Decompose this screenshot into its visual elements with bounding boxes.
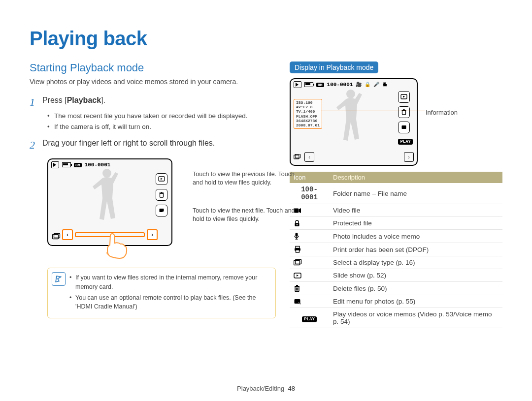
step-text-suffix: ]. [101, 96, 105, 104]
lcd-side-icons [156, 173, 167, 216]
person-silhouette [90, 166, 130, 231]
subsection-heading: Display in Playback mode [290, 62, 378, 73]
table-desc: Select a display type (p. 16) [329, 256, 502, 269]
table-desc: Play videos or voice memos (Video p. 53/… [329, 308, 502, 328]
resolution-badge: 8M [316, 83, 324, 87]
svg-rect-17 [402, 125, 406, 129]
table-header-description: Description [329, 172, 502, 183]
step-number: 1 [30, 96, 40, 109]
icon-description-table: Icon Description 100-0001 Folder name – … [290, 172, 502, 328]
next-file-button[interactable]: › [147, 229, 158, 240]
step-2: 2 Drag your finger left or right to scro… [30, 139, 276, 152]
prev-file-button[interactable]: ‹ [62, 229, 73, 240]
table-desc: Photo includes a voice memo [329, 230, 502, 243]
page-footer: Playback/Editing 48 [0, 385, 532, 392]
section-heading: Starting Playback mode [30, 62, 276, 74]
lcd-screen: 8M 100-0001 🎥 🔒 🎤 🖶 [290, 78, 418, 166]
step-1-bullets: The most recent file you have taken or r… [47, 112, 276, 132]
step-text-prefix: Press [ [42, 96, 67, 104]
table-desc: Edit menu for photos (p. 55) [329, 295, 502, 308]
person-silhouette [334, 87, 373, 152]
table-row: PLAY Play videos or voice memos (Video p… [290, 308, 502, 328]
info-line: TV:1/400 [296, 109, 320, 114]
prev-file-button[interactable]: ‹ [304, 152, 314, 162]
edit-icon [290, 295, 329, 308]
section-description: View photos or play videos and voice mem… [30, 77, 276, 87]
svg-rect-3 [160, 193, 164, 197]
information-callout: Information [426, 109, 458, 116]
resolution-badge: 8M [74, 163, 82, 167]
slideshow-icon [156, 173, 167, 185]
playback-icon [294, 81, 301, 88]
note-item: If you want to view files stored in the … [69, 273, 269, 291]
note-icon [52, 272, 66, 286]
svg-rect-16 [403, 109, 405, 110]
svg-rect-25 [296, 233, 298, 237]
note-item: You can use an optional remote control t… [69, 293, 269, 311]
display-toggle-icon [52, 233, 61, 240]
table-desc: Print order has been set (DPOF) [329, 243, 502, 256]
mic-icon [290, 230, 329, 243]
callout-line [321, 111, 425, 111]
table-row: Print order has been set (DPOF) [290, 243, 502, 256]
svg-rect-5 [161, 192, 163, 193]
lcd-illustration-2: 8M 100-0001 🎥 🔒 🎤 🖶 [290, 78, 502, 166]
info-line: ISO:100 [296, 100, 320, 105]
svg-rect-28 [296, 247, 299, 248]
svg-rect-14 [402, 111, 406, 115]
print-icon [290, 243, 329, 256]
step-text-bold: Playback [67, 96, 101, 104]
right-column: Display in Playback mode 8M 100-0001 🎥 🔒… [290, 62, 502, 328]
table-row: Video file [290, 204, 502, 217]
info-line: 2008.07.01 [296, 123, 320, 127]
slideshow-icon [290, 269, 329, 282]
svg-rect-19 [295, 154, 300, 158]
footer-section: Playback/Editing [237, 385, 284, 392]
edit-icon [156, 205, 167, 216]
battery-icon [62, 162, 71, 167]
svg-rect-37 [296, 285, 298, 286]
mic-icon: 🎤 [373, 82, 379, 88]
bullet: If the camera is off, it will turn on. [47, 123, 276, 132]
lcd-side-icons: PLAY [398, 91, 413, 145]
table-desc: Protected file [329, 217, 502, 230]
step-number: 2 [30, 139, 40, 152]
table-desc: Folder name – File name [329, 183, 502, 204]
lcd-illustration-1: 8M 100-0001 [47, 158, 180, 246]
table-desc: Slide show (p. 52) [329, 269, 502, 282]
svg-point-11 [346, 90, 355, 98]
battery-icon [304, 82, 313, 87]
svg-rect-18 [294, 155, 299, 159]
trash-icon [290, 282, 329, 295]
edit-icon [398, 122, 410, 133]
manual-page: Playing back Starting Playback mode View… [0, 0, 532, 401]
lcd-bottom-bar: ‹ › [294, 152, 414, 162]
playback-icon [51, 161, 59, 168]
trash-icon [398, 106, 410, 118]
display-toggle-icon [290, 256, 329, 269]
hand-pointer-icon [101, 228, 131, 263]
table-row: Edit menu for photos (p. 55) [290, 295, 502, 308]
next-file-button[interactable]: › [404, 152, 414, 162]
slideshow-icon [398, 91, 410, 103]
svg-marker-34 [297, 275, 299, 277]
info-line: 3648X2736 [296, 119, 320, 123]
info-line: FLASH:OFF [296, 114, 320, 119]
table-row: 100-0001 Folder name – File name [290, 183, 502, 204]
svg-marker-2 [161, 178, 163, 180]
svg-point-0 [102, 169, 111, 178]
table-row: Photo includes a voice memo [290, 230, 502, 243]
info-line: AV:F2.8 [296, 105, 320, 109]
table-row: Slide show (p. 52) [290, 269, 502, 282]
display-toggle-icon [294, 154, 301, 160]
left-column: Starting Playback mode View photos or pl… [30, 62, 276, 328]
step-text: Drag your finger left or right to scroll… [42, 139, 215, 148]
step-text: Press [Playback]. [42, 96, 105, 105]
bullet: The most recent file you have taken or r… [47, 112, 276, 121]
table-row: Select a display type (p. 16) [290, 256, 502, 269]
svg-marker-13 [403, 96, 405, 98]
play-label-icon: PLAY [290, 308, 329, 328]
info-overlay: ISO:100 AV:F2.8 TV:1/400 FLASH:OFF 3648X… [294, 99, 322, 129]
table-desc: Delete files (p. 50) [329, 282, 502, 295]
step-1: 1 Press [Playback]. The most recent file… [30, 96, 276, 132]
